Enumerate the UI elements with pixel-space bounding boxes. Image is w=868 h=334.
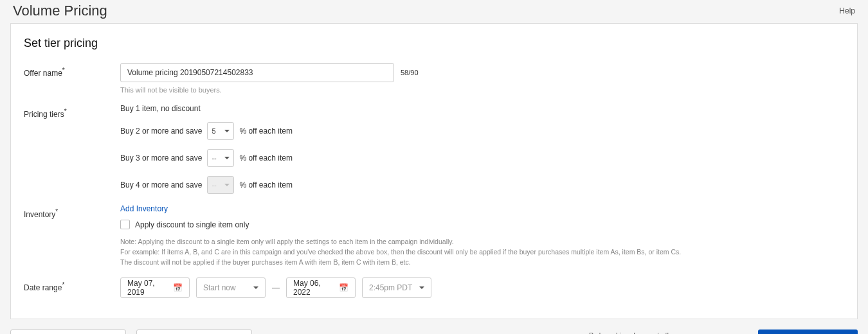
tier-2-select[interactable]: 5 — [207, 122, 234, 140]
offer-name-hint: This will not be visible to buyers. — [120, 86, 844, 94]
date-range-separator: — — [272, 283, 280, 292]
terms-notice: By launching, I agree to the eBay Promot… — [589, 331, 748, 334]
end-date-input[interactable]: May 06, 2022 📅 — [286, 277, 356, 298]
single-item-only-label: Apply discount to single item only — [135, 220, 249, 229]
start-date-input[interactable]: May 07, 2019 📅 — [120, 277, 190, 298]
inventory-label: Inventory* — [24, 204, 120, 219]
tier-2-prefix: Buy 2 or more and save — [120, 127, 202, 136]
launch-button[interactable]: Launch — [758, 330, 858, 334]
tier-3-suffix: % off each item — [239, 154, 293, 163]
calendar-icon: 📅 — [339, 284, 348, 292]
inventory-note: Note: Applying the discount to a single … — [120, 237, 763, 267]
chevron-down-icon — [224, 184, 230, 186]
help-link[interactable]: Help — [839, 6, 855, 15]
tier-2-suffix: % off each item — [239, 127, 293, 136]
tier-4-select[interactable]: -- — [207, 176, 234, 194]
chevron-down-icon — [224, 130, 230, 132]
page-title: Volume Pricing — [13, 3, 107, 19]
chevron-down-icon — [253, 286, 258, 289]
calendar-icon: 📅 — [173, 284, 183, 292]
chevron-down-icon — [224, 157, 230, 159]
chevron-down-icon — [419, 286, 424, 289]
date-range-label: Date range* — [24, 277, 120, 292]
panel-title: Set tier pricing — [24, 37, 844, 50]
start-time-select[interactable]: Start now — [196, 277, 266, 298]
tier-4-suffix: % off each item — [239, 180, 293, 189]
offer-name-counter: 58/90 — [401, 69, 419, 76]
add-inventory-link[interactable]: Add Inventory — [120, 204, 844, 213]
tier-4-prefix: Buy 4 or more and save — [120, 180, 202, 189]
tier-3-prefix: Buy 3 or more and save — [120, 154, 202, 163]
end-time-select[interactable]: 2:45pm PDT — [362, 277, 431, 298]
single-item-only-checkbox[interactable] — [120, 220, 130, 229]
tier-3-select[interactable]: -- — [207, 149, 234, 167]
save-for-later-button[interactable]: Save for Later — [136, 330, 252, 334]
offer-name-input[interactable] — [120, 63, 394, 82]
discard-button[interactable]: Discard — [10, 330, 126, 334]
tier-1-line: Buy 1 item, no discount — [120, 104, 844, 113]
tier-pricing-panel: Set tier pricing Offer name* 58/90 This … — [10, 23, 858, 319]
pricing-tiers-label: Pricing tiers* — [24, 104, 120, 119]
offer-name-label: Offer name* — [24, 63, 120, 78]
